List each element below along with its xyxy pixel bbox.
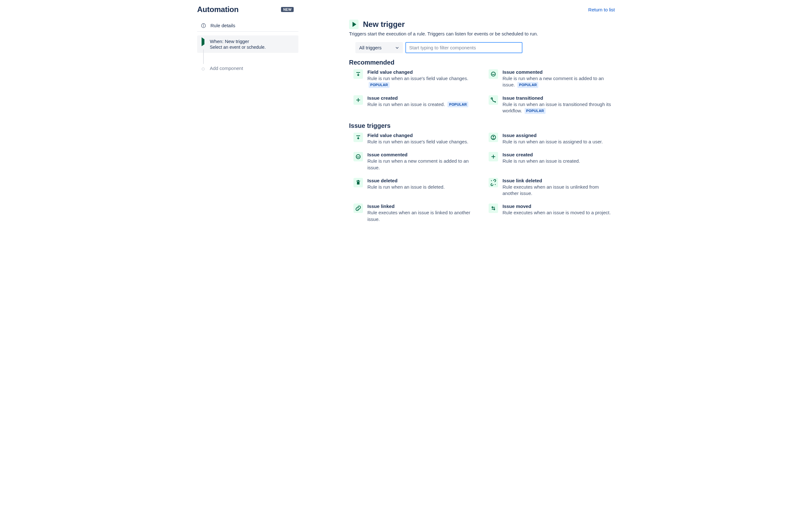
step-title: When: New trigger [210, 39, 295, 44]
unlink-icon [489, 178, 498, 187]
trigger-option[interactable]: Field value changedRule is run when an i… [353, 69, 480, 88]
chevron-down-icon [395, 46, 399, 50]
trigger-description: Rule is run when an issue is assigned to… [503, 138, 603, 145]
trigger-title: Issue commented [367, 152, 480, 157]
svg-point-1 [203, 24, 204, 25]
popular-badge: POPULAR [525, 108, 546, 114]
chain-dot-icon [202, 68, 205, 71]
trigger-option[interactable]: Issue createdRule is run when an issue i… [353, 95, 480, 114]
info-icon [201, 23, 206, 28]
trigger-title: Issue moved [503, 204, 611, 209]
trigger-description: Rule executes when an issue is moved to … [503, 209, 611, 216]
trigger-description: Rule executes when an issue is linked to… [367, 209, 480, 222]
trigger-description: Rule is run when a new comment is added … [503, 75, 615, 88]
transition-icon [489, 95, 498, 105]
filter-input[interactable] [405, 42, 522, 53]
trigger-title: Issue link deleted [503, 178, 615, 183]
page-title: Automation [197, 5, 238, 14]
trigger-option[interactable]: Issue link deletedRule executes when an … [489, 178, 615, 197]
add-component-button[interactable]: Add component [197, 62, 299, 74]
rule-details-label: Rule details [211, 23, 235, 28]
trigger-option[interactable]: Issue transitionedRule is run when an is… [489, 95, 615, 114]
field-changed-icon [353, 69, 363, 79]
trigger-option[interactable]: Field value changedRule is run when an i… [353, 133, 480, 145]
play-icon [201, 39, 204, 44]
trigger-description: Rule is run when an issue is deleted. [367, 184, 445, 190]
trigger-option[interactable]: Issue linkedRule executes when an issue … [353, 204, 480, 222]
trigger-description: Rule is run when a new comment is added … [367, 158, 480, 171]
trigger-description: Rule is run when an issue is transitione… [503, 101, 615, 114]
sidebar: Rule details When: New trigger Select an… [197, 20, 305, 231]
page-header: Automation NEW Return to list [197, 3, 615, 20]
chain-line [203, 49, 204, 64]
popular-badge: POPULAR [369, 82, 390, 88]
plus-icon [489, 152, 498, 161]
trigger-description: Rule is run when an issue is created. PO… [367, 101, 468, 107]
dropdown-label: All triggers [359, 45, 382, 50]
trigger-option[interactable]: Issue deletedRule is run when an issue i… [353, 178, 480, 197]
rule-details-row[interactable]: Rule details [197, 20, 299, 32]
comment-icon [489, 69, 498, 79]
section-title: Recommended [349, 59, 615, 66]
trigger-title: Issue commented [503, 69, 615, 75]
trash-icon [353, 178, 363, 187]
main-panel: New trigger Triggers start the execution… [305, 20, 615, 231]
trigger-category-dropdown[interactable]: All triggers [356, 42, 403, 53]
return-to-list-link[interactable]: Return to list [588, 7, 615, 12]
field-changed-icon [353, 133, 363, 142]
step-subtitle: Select an event or schedule. [210, 45, 295, 50]
trigger-title: Field value changed [367, 69, 480, 75]
main-description: Triggers start the execution of a rule. … [349, 31, 615, 36]
link-icon [353, 204, 363, 213]
trigger-description: Rule is run when an issue's field value … [367, 75, 480, 88]
section-title: Issue triggers [349, 122, 615, 129]
trigger-title: Issue assigned [503, 133, 603, 138]
comment-icon [353, 152, 363, 161]
add-component-label: Add component [210, 65, 243, 71]
trigger-step-card[interactable]: When: New trigger Select an event or sch… [197, 35, 299, 53]
plus-icon [353, 95, 363, 105]
popular-badge: POPULAR [448, 102, 468, 107]
trigger-title: Field value changed [367, 133, 468, 138]
trigger-grid: Field value changedRule is run when an i… [353, 133, 615, 222]
svg-rect-2 [203, 25, 203, 27]
trigger-title: Issue transitioned [503, 95, 615, 101]
trigger-option[interactable]: Issue commentedRule is run when a new co… [489, 69, 615, 88]
trigger-icon [349, 20, 359, 29]
trigger-option[interactable]: Issue createdRule is run when an issue i… [489, 152, 615, 171]
trigger-description: Rule executes when an issue is unlinked … [503, 184, 615, 197]
trigger-title: Issue created [367, 95, 468, 101]
trigger-title: Issue deleted [367, 178, 445, 183]
trigger-description: Rule is run when an issue's field value … [367, 138, 468, 145]
move-icon [489, 204, 498, 213]
trigger-grid: Field value changedRule is run when an i… [353, 69, 615, 114]
person-icon [489, 133, 498, 142]
trigger-option[interactable]: Issue movedRule executes when an issue i… [489, 204, 615, 222]
main-title: New trigger [363, 20, 405, 29]
trigger-option[interactable]: Issue commentedRule is run when a new co… [353, 152, 480, 171]
trigger-title: Issue created [503, 152, 580, 157]
trigger-description: Rule is run when an issue is created. [503, 158, 580, 164]
trigger-option[interactable]: Issue assignedRule is run when an issue … [489, 133, 615, 145]
popular-badge: POPULAR [517, 82, 538, 88]
trigger-title: Issue linked [367, 204, 480, 209]
new-badge: NEW [281, 7, 294, 12]
